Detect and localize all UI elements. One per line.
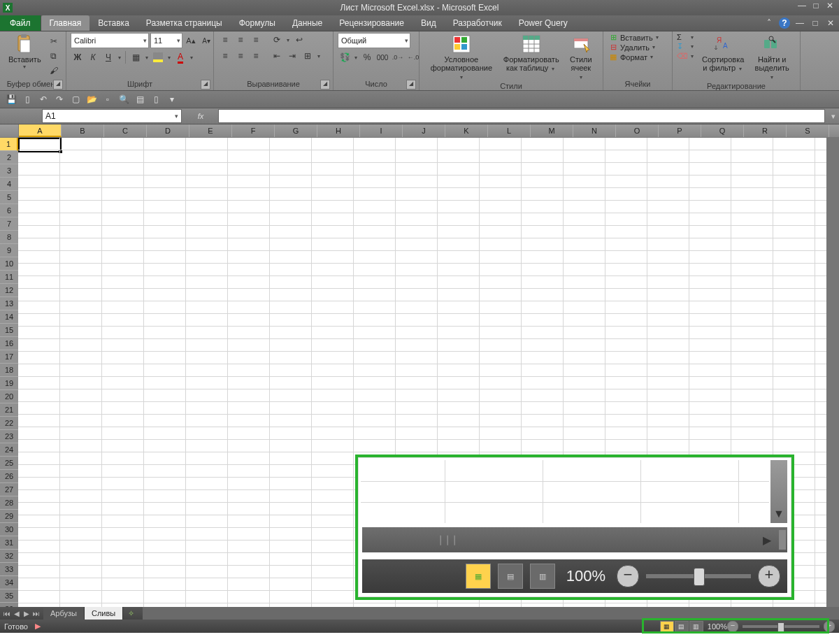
workbook-close-icon[interactable]: ✕ <box>825 17 836 29</box>
increase-indent-button[interactable]: ⇥ <box>285 49 299 63</box>
underline-button[interactable]: Ч <box>101 50 115 64</box>
row-header[interactable]: 13 <box>0 297 18 310</box>
row-header[interactable]: 22 <box>0 417 18 430</box>
tab-review[interactable]: Рецензирование <box>331 15 413 31</box>
paste-button[interactable]: Вставить ▾ <box>4 33 45 71</box>
row-header[interactable]: 35 <box>0 589 18 603</box>
row-header[interactable]: 29 <box>0 510 18 523</box>
qat-icon[interactable]: ▯ <box>20 93 34 106</box>
copy-button[interactable]: ⧉ <box>47 49 61 63</box>
font-name-combo[interactable]: Calibri▾ <box>71 33 149 48</box>
tab-page-layout[interactable]: Разметка страницы <box>138 15 231 31</box>
row-header[interactable]: 2 <box>0 151 18 164</box>
sheet-last-icon[interactable]: ⏭ <box>32 610 41 617</box>
decrease-font-button[interactable]: A▾ <box>199 34 213 48</box>
font-size-combo[interactable]: 11▾ <box>150 33 182 48</box>
row-header[interactable]: 12 <box>0 284 18 297</box>
qat-icon[interactable]: ▯ <box>149 93 163 106</box>
comma-style-button[interactable]: 000 <box>375 50 389 64</box>
dialog-launcher-icon[interactable]: ◢ <box>320 80 330 90</box>
callout-zoom-slider[interactable] <box>646 574 751 578</box>
row-header[interactable]: 15 <box>0 324 18 337</box>
close-button[interactable]: ✕ <box>824 1 836 11</box>
align-top-button[interactable]: ≡ <box>218 33 232 47</box>
formula-bar[interactable] <box>218 109 825 123</box>
row-header[interactable]: 14 <box>0 310 18 324</box>
dialog-launcher-icon[interactable]: ◢ <box>201 80 210 90</box>
row-header[interactable]: 7 <box>0 217 18 231</box>
horizontal-scrollbar[interactable] <box>143 607 839 620</box>
increase-font-button[interactable]: A▴ <box>184 34 198 48</box>
row-header[interactable]: 34 <box>0 576 18 589</box>
chevron-down-icon[interactable]: ▾ <box>144 55 150 61</box>
callout-page-layout-view-button[interactable]: ▤ <box>498 564 523 589</box>
row-header[interactable]: 10 <box>0 257 18 271</box>
decrease-indent-button[interactable]: ⇤ <box>270 49 284 63</box>
chevron-down-icon[interactable]: ▾ <box>285 37 291 43</box>
row-header[interactable]: 21 <box>0 403 18 417</box>
callout-zoom-level-label[interactable]: 100% <box>566 567 605 585</box>
chevron-down-icon[interactable]: ▾ <box>166 55 172 61</box>
column-header[interactable]: H <box>317 124 360 137</box>
row-header[interactable]: 32 <box>0 550 18 563</box>
normal-view-button[interactable]: ▦ <box>660 621 674 632</box>
row-header[interactable]: 9 <box>0 244 18 257</box>
column-header[interactable]: C <box>104 124 147 137</box>
format-cells-button[interactable]: ▦Формат▾ <box>608 52 654 62</box>
help-icon[interactable]: ? <box>779 17 790 29</box>
cell-styles-button[interactable]: Стили ячеек ▾ <box>564 33 598 82</box>
align-center-button[interactable]: ≡ <box>234 49 248 63</box>
column-header[interactable]: M <box>531 124 573 137</box>
conditional-formatting-button[interactable]: Условное форматирование ▾ <box>424 33 499 82</box>
column-header[interactable]: O <box>616 124 659 137</box>
zoom-level-label[interactable]: 100% <box>708 622 727 631</box>
zoom-slider[interactable] <box>743 625 819 628</box>
tab-data[interactable]: Данные <box>284 15 331 31</box>
column-header[interactable]: K <box>445 124 488 137</box>
new-icon[interactable]: ▫ <box>101 93 115 106</box>
callout-zoom-in-button[interactable]: + <box>758 565 780 587</box>
sheet-prev-icon[interactable]: ◀ <box>13 610 21 617</box>
column-header[interactable]: P <box>659 124 701 137</box>
row-header[interactable]: 8 <box>0 231 18 244</box>
zoom-out-button[interactable]: − <box>727 621 738 632</box>
qat-customize-icon[interactable]: ▾ <box>165 93 179 106</box>
row-header[interactable]: 6 <box>0 204 18 217</box>
tab-view[interactable]: Вид <box>413 15 445 31</box>
page-break-view-button[interactable]: ▥ <box>689 621 703 632</box>
sheet-first-icon[interactable]: ⏮ <box>3 610 11 617</box>
borders-button[interactable]: ▦ <box>129 50 143 64</box>
vertical-scrollbar[interactable] <box>826 138 839 607</box>
row-header[interactable]: 33 <box>0 563 18 576</box>
tab-formulas[interactable]: Формулы <box>231 15 284 31</box>
row-header[interactable]: 27 <box>0 483 18 496</box>
tab-home[interactable]: Главная <box>41 15 90 31</box>
select-all-corner[interactable] <box>0 124 19 137</box>
dialog-launcher-icon[interactable]: ◢ <box>406 80 416 90</box>
bold-button[interactable]: Ж <box>71 50 85 64</box>
maximize-button[interactable]: □ <box>810 1 822 11</box>
sort-filter-button[interactable]: ЯА Сортировка и фильтр ▾ <box>698 33 748 73</box>
zoom-in-button[interactable]: + <box>824 621 835 632</box>
callout-zoom-out-button[interactable]: − <box>617 565 639 587</box>
align-middle-button[interactable]: ≡ <box>234 33 248 47</box>
name-box[interactable]: A1▾ <box>42 109 182 123</box>
clear-button[interactable]: ⌫▾ <box>677 52 695 61</box>
column-header[interactable]: R <box>744 124 787 137</box>
row-header[interactable]: 3 <box>0 164 18 178</box>
decrease-decimal-button[interactable]: ←.0 <box>406 50 420 64</box>
callout-vertical-scrollbar[interactable]: ▼ <box>770 460 787 523</box>
column-header[interactable]: B <box>62 124 104 137</box>
column-header[interactable]: E <box>189 124 232 137</box>
format-painter-button[interactable]: 🖌 <box>47 64 61 78</box>
row-header[interactable]: 11 <box>0 271 18 284</box>
redo-icon[interactable]: ↷ <box>52 93 66 106</box>
split-handle[interactable] <box>779 530 786 550</box>
new-sheet-icon[interactable]: ✧ <box>123 607 138 620</box>
row-header[interactable]: 36 <box>0 603 18 607</box>
row-header[interactable]: 20 <box>0 390 18 403</box>
save-icon[interactable]: 💾 <box>4 93 18 106</box>
row-header[interactable]: 25 <box>0 457 18 470</box>
open-icon[interactable]: 📂 <box>85 93 99 106</box>
workbook-minimize-icon[interactable]: — <box>794 17 805 29</box>
